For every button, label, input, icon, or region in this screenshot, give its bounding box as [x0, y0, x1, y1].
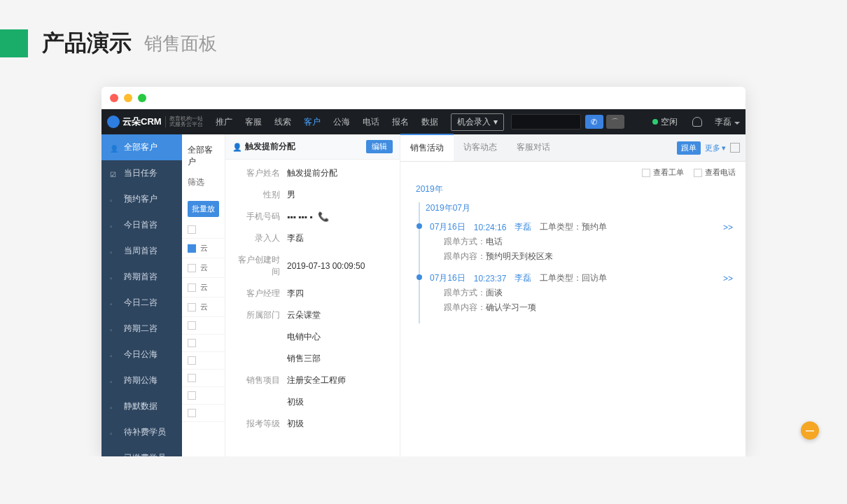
field-label: 客户创建时间 [232, 254, 280, 278]
timeline-year: 2019年 [416, 183, 733, 195]
search-input[interactable] [511, 114, 581, 130]
entry-content: 跟单内容：预约明天到校区来 [430, 248, 733, 262]
sidebar-item[interactable]: 今日公海 [102, 342, 182, 368]
list-title: 全部客户 [182, 144, 225, 176]
select-all-checkbox[interactable] [188, 225, 196, 234]
topnav-item[interactable]: 客户 [298, 111, 326, 134]
sidebar-item[interactable]: 跨期首咨 [102, 264, 182, 290]
agent-status[interactable]: 空闲 [652, 116, 678, 128]
list-header-row [182, 221, 225, 239]
list-item[interactable] [182, 405, 225, 422]
field-label: 性别 [232, 189, 280, 201]
list-item[interactable] [182, 370, 225, 387]
sidebar-item-label: 跨期首咨 [124, 271, 158, 283]
activity-tab[interactable]: 客服对话 [507, 134, 560, 161]
field-label [232, 396, 280, 408]
hangup-button[interactable]: ⌒ [606, 115, 624, 129]
row-checkbox[interactable] [188, 284, 196, 292]
sidebar-item[interactable]: 当周首咨 [102, 238, 182, 264]
topnav-item[interactable]: 推广 [210, 111, 238, 134]
field-label [232, 331, 280, 343]
minimize-icon[interactable] [124, 94, 132, 102]
topnav-item[interactable]: 线索 [269, 111, 297, 134]
list-item[interactable] [182, 335, 225, 352]
field-label: 销售项目 [232, 374, 280, 386]
sidebar-icon [110, 402, 118, 411]
row-checkbox[interactable] [188, 374, 196, 382]
follow-tag-button[interactable]: 跟单 [677, 141, 701, 155]
phone-icon[interactable]: 📞 [318, 211, 329, 222]
sidebar-icon [110, 144, 118, 152]
topnav-item[interactable]: 数据 [416, 111, 444, 134]
sidebar-item-label: 今日首咨 [124, 219, 158, 231]
filter-label[interactable]: 筛选 [182, 176, 225, 197]
row-checkbox[interactable] [188, 244, 196, 253]
expand-icon[interactable] [730, 143, 740, 153]
field-value: 销售三部 [280, 353, 321, 365]
bell-icon[interactable] [692, 117, 702, 127]
topnav-item[interactable]: 报名 [386, 111, 414, 134]
list-item[interactable]: 云 [182, 258, 225, 278]
row-checkbox[interactable] [188, 356, 196, 365]
row-checkbox[interactable] [188, 409, 196, 417]
chevron-down-icon: ▾ [493, 117, 498, 127]
activity-tab[interactable]: 销售活动 [400, 134, 454, 161]
edit-button[interactable]: 编辑 [366, 140, 393, 153]
field-value: ▪▪▪ ▪▪▪ ▪📞 [280, 211, 329, 223]
maximize-icon[interactable] [138, 94, 146, 102]
detail-field: 所属部门云朵课堂 [225, 304, 400, 326]
row-checkbox[interactable] [188, 303, 196, 312]
sidebar-item[interactable]: 跨期公海 [102, 368, 182, 393]
list-item[interactable]: 云 [182, 298, 225, 317]
field-value: 初级 [280, 396, 304, 408]
sidebar-item[interactable]: 已缴费学员 [102, 445, 182, 456]
close-icon[interactable] [110, 94, 118, 102]
row-checkbox[interactable] [188, 339, 196, 347]
user-menu[interactable]: 李磊 [715, 116, 740, 128]
row-checkbox[interactable] [188, 321, 196, 330]
sidebar-item[interactable]: 跨期二咨 [102, 316, 182, 342]
row-checkbox[interactable] [188, 264, 196, 272]
logo-tagline: 教育机构一站式服务云平台 [165, 116, 203, 127]
field-label: 客户姓名 [232, 167, 280, 179]
field-label: 手机号码 [232, 211, 280, 223]
sidebar-item-label: 跨期公海 [124, 374, 158, 386]
field-label: 客户经理 [232, 288, 280, 300]
bulk-action-button[interactable]: 批量放 [188, 201, 219, 217]
sidebar-item[interactable]: 待补费学员 [102, 419, 182, 445]
sidebar-icon [110, 247, 118, 255]
list-item[interactable] [182, 387, 225, 405]
list-item[interactable] [182, 317, 225, 335]
list-item[interactable]: 云 [182, 278, 225, 298]
entry-more-link[interactable]: >> [723, 223, 733, 232]
timeline-entry: 07月16日10:24:16李磊工单类型：预约单>>跟单方式：电话跟单内容：预约… [430, 221, 733, 272]
opportunity-entry-button[interactable]: 机会录入▾ [451, 113, 504, 131]
sidebar-item[interactable]: 预约客户 [102, 186, 182, 212]
activity-tab[interactable]: 访客动态 [454, 134, 507, 161]
call-button[interactable]: ✆ [585, 115, 603, 129]
slide-accent [0, 29, 28, 57]
sidebar-item[interactable]: 静默数据 [102, 393, 182, 419]
sidebar-item[interactable]: 全部客户 [102, 134, 182, 160]
phone-down-icon: ⌒ [611, 117, 619, 127]
sidebar-item-label: 当日任务 [124, 167, 158, 179]
more-link[interactable]: 更多 ▾ [705, 143, 726, 153]
sidebar-icon [110, 221, 118, 230]
topnav-item[interactable]: 公海 [328, 111, 356, 134]
list-item[interactable] [182, 352, 225, 370]
topnav-item[interactable]: 电话 [357, 111, 385, 134]
sidebar-item-label: 已缴费学员 [124, 452, 166, 456]
row-checkbox[interactable] [188, 391, 196, 400]
floating-action-button[interactable]: — [801, 421, 819, 440]
list-item[interactable]: 云 [182, 239, 225, 258]
entry-more-link[interactable]: >> [723, 274, 733, 284]
person-icon [232, 142, 242, 152]
sidebar-item-label: 当周首咨 [124, 245, 158, 257]
entry-type: 工单类型：预约单 [540, 221, 607, 233]
topnav-item[interactable]: 客服 [239, 111, 267, 134]
sidebar-item[interactable]: 今日首咨 [102, 212, 182, 238]
view-phone-checkbox[interactable]: 查看电话 [694, 167, 736, 178]
view-ticket-checkbox[interactable]: 查看工单 [642, 167, 684, 178]
sidebar-item[interactable]: 当日任务 [102, 160, 182, 186]
sidebar-item[interactable]: 今日二咨 [102, 290, 182, 316]
